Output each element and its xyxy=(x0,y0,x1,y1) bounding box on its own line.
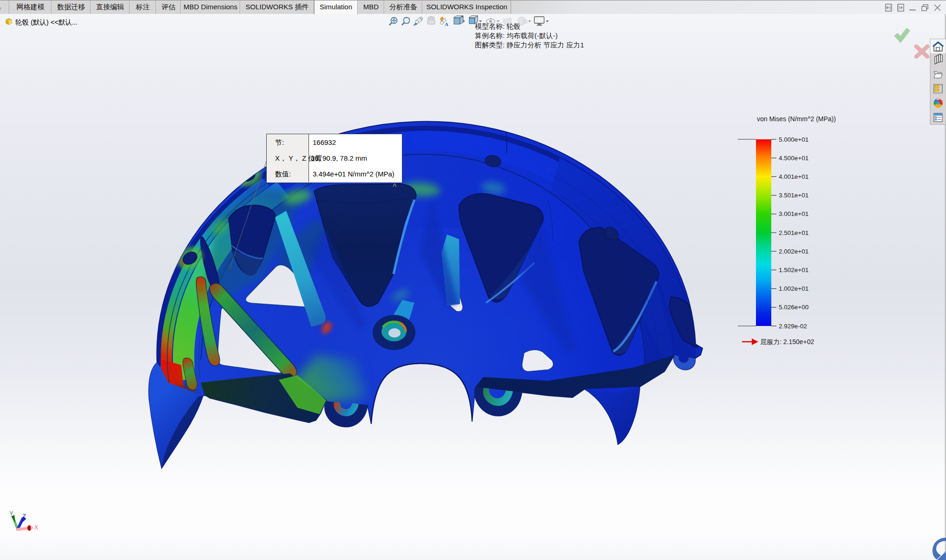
svg-text:4.500e+01: 4.500e+01 xyxy=(779,155,808,162)
svg-text:^: ^ xyxy=(393,182,397,190)
svg-text:3.001e+01: 3.001e+01 xyxy=(779,210,808,217)
svg-text:4.001e+01: 4.001e+01 xyxy=(779,173,808,180)
svg-text:1.002e+01: 1.002e+01 xyxy=(779,285,808,292)
svg-text:A: A xyxy=(445,21,448,27)
svg-text:X: X xyxy=(34,524,38,531)
svg-text:2.002e+01: 2.002e+01 xyxy=(779,248,808,255)
svg-text:von Mises (N/mm^2 (MPa)): von Mises (N/mm^2 (MPa)) xyxy=(757,115,836,123)
svg-text:3.501e+01: 3.501e+01 xyxy=(779,192,808,199)
svg-text:5.000e+01: 5.000e+01 xyxy=(779,136,808,143)
svg-text:5.026e+00: 5.026e+00 xyxy=(779,304,808,311)
svg-text:2.929e-02: 2.929e-02 xyxy=(779,323,807,330)
svg-text:屈服力: 2.150e+02: 屈服力: 2.150e+02 xyxy=(760,338,815,345)
svg-text:2.501e+01: 2.501e+01 xyxy=(779,229,808,236)
svg-text:1.502e+01: 1.502e+01 xyxy=(779,267,808,273)
